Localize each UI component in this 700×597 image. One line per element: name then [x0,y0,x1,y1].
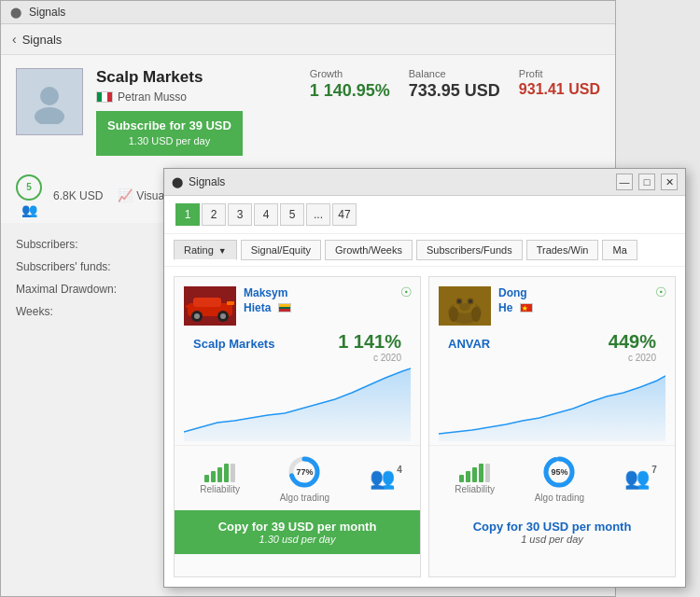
card2-meta: DongHe [498,286,665,315]
bar2-4 [479,464,483,482]
close-button[interactable]: ✕ [661,174,678,190]
stat-label-drawdown: Maximal Drawdown: [16,283,137,296]
inner-window: ⬤ Signals — □ ✕ 1 2 3 4 5 ... 47 Rating … [163,168,686,588]
maximize-button[interactable]: □ [638,174,655,190]
back-label: Signals [22,33,63,47]
card1-reliability: Reliability [200,462,240,494]
people-icon-1: 👥 [370,466,395,490]
bar2-1 [459,475,464,482]
card2-algo-value: 95% [551,467,567,477]
page-btn-3[interactable]: 3 [228,203,252,226]
card2-algo: 95% Algo trading [535,453,584,503]
stat-growth: Growth 1 140.95% [310,68,390,101]
card2-copy-button[interactable]: Copy for 30 USD per month 1 usd per day [429,510,675,554]
reliability-bars-2 [459,462,490,482]
growth-label: Growth [310,68,390,79]
stat-profit: Profit 931.41 USD [519,68,600,101]
subscribers-badge: 5 👥 [16,174,42,217]
card1-thumbnail [184,286,236,326]
svg-rect-9 [186,305,191,308]
filter-signal-equity[interactable]: Signal/Equity [241,240,321,260]
card1-copy-sub: 1.30 usd per day [184,534,411,545]
svg-point-18 [459,303,470,311]
filter-subscribers-funds[interactable]: Subscribers/Funds [416,240,523,260]
card1-signal-name[interactable]: Scalp Markets [184,337,284,356]
card1-shield-icon: ☉ [400,285,413,299]
card1-subs-count: 4 [397,465,402,475]
growth-value: 1 140.95% [310,81,390,101]
inner-title: Signals [189,175,225,188]
card1-algo: 77% Algo trading [280,453,329,503]
card2-author: DongHe [498,286,665,315]
card1-author: MaksymHieta [244,286,411,315]
card1-metrics: Reliability 77% Algo trading 👥 [175,445,420,510]
reliability-label-2: Reliability [455,484,495,494]
card2-subs-count: 7 [651,465,657,475]
stat-label-funds: Subscribers' funds: [16,260,137,273]
card2-growth: 449% [609,331,665,353]
card1-header: MaksymHieta ☉ [175,277,420,331]
card2-signal-name[interactable]: ANVAR [439,337,499,356]
svg-point-19 [449,307,458,322]
subscribers-count: 5 [16,174,42,201]
card2-copy-sub: 1 usd per day [439,534,665,545]
page-btn-4[interactable]: 4 [254,203,278,226]
bar5 [231,464,235,482]
stat-label-weeks: Weeks: [16,305,137,318]
svg-point-16 [457,299,461,303]
card1-flag-icon [278,301,291,314]
profile-section: Scalp Markets Petran Musso Subscribe for… [1,55,615,169]
filter-ma[interactable]: Ma [602,240,637,260]
funds-label: 6.8K USD [53,189,103,202]
card2-flag-icon [520,301,533,314]
reliability-bars-1 [204,462,235,482]
bar2-5 [485,464,490,482]
card1-donut: 77% [286,453,323,491]
pagination: 1 2 3 4 5 ... 47 [164,196,685,234]
filter-growth-weeks[interactable]: Growth/Weeks [325,240,413,260]
svg-point-0 [40,87,59,105]
card1-year: c 2020 [338,353,411,363]
svg-point-5 [194,313,200,319]
stat-balance: Balance 733.95 USD [409,68,500,101]
balance-value: 733.95 USD [409,81,500,101]
bar2-3 [472,467,477,482]
page-btn-dots[interactable]: ... [306,203,330,226]
back-arrow-icon[interactable]: ‹ [12,32,17,47]
profile-name: Scalp Markets [96,68,282,87]
card2-reliability: Reliability [455,462,495,494]
algo-label-1: Algo trading [280,493,329,503]
card2-metrics: Reliability 95% Algo trading 👥 [429,445,675,510]
signal-card-1: MaksymHieta ☉ Scalp Markets 1 141% c 202… [174,276,421,577]
card2-thumbnail [439,286,491,326]
page-btn-1[interactable]: 1 [175,203,200,226]
titlebar-controls: — □ ✕ [616,174,678,190]
flag-icon [96,91,113,103]
page-btn-47[interactable]: 47 [332,203,357,226]
card2-header: DongHe ☉ [429,277,675,331]
back-nav[interactable]: ‹ Signals [1,24,615,55]
filter-trades-win[interactable]: Trades/Win [526,240,599,260]
page-btn-5[interactable]: 5 [280,203,304,226]
card2-subs-icon: 👥 7 [624,466,650,491]
filter-rating[interactable]: Rating ▼ [174,240,237,260]
card1-growth: 1 141% [338,331,411,353]
card2-subs: 👥 7 [624,466,650,491]
page-btn-2[interactable]: 2 [202,203,226,226]
card1-copy-button[interactable]: Copy for 39 USD per month 1.30 usd per d… [175,510,420,554]
subscribe-button[interactable]: Subscribe for 39 USD 1.30 USD per day [96,111,243,156]
outer-title: Signals [29,6,65,19]
signal-card-2: DongHe ☉ ANVAR 449% c 2020 [428,276,676,577]
minimize-button[interactable]: — [616,174,633,190]
filter-tabs: Rating ▼ Signal/Equity Growth/Weeks Subs… [164,234,685,267]
profit-label: Profit [519,68,600,79]
card2-donut: 95% [540,453,578,491]
card1-subs: 👥 4 [370,466,395,491]
inner-signals-icon: ⬤ [172,176,183,188]
bar3 [217,467,222,482]
card1-algo-value: 77% [296,467,313,477]
reliability-label-1: Reliability [200,484,240,494]
profile-info: Scalp Markets Petran Musso Subscribe for… [96,68,282,156]
country-name: Petran Musso [118,90,187,104]
chart-icon: 📈 [118,188,133,202]
